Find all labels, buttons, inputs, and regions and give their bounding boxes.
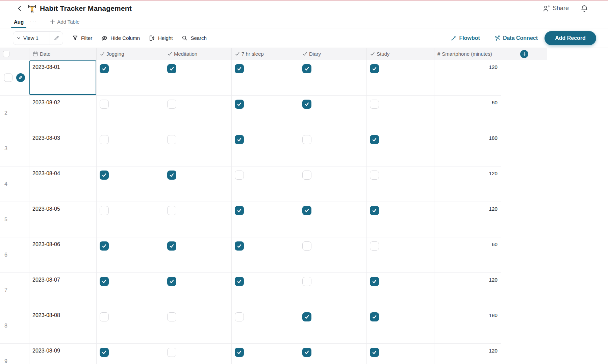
share-button[interactable]: Share xyxy=(542,4,569,12)
add-column-button[interactable] xyxy=(520,50,528,58)
cell-diary[interactable] xyxy=(299,202,367,237)
cell-diary[interactable] xyxy=(299,308,367,343)
cell-meditation[interactable] xyxy=(164,308,232,343)
cell-jogging[interactable] xyxy=(97,166,164,202)
meditation-checkbox[interactable] xyxy=(167,312,176,321)
add-record-button[interactable]: Add Record xyxy=(544,31,596,45)
column-header-sleep[interactable]: 7 hr sleep xyxy=(232,48,299,60)
cell-meditation[interactable] xyxy=(164,237,232,272)
cell-study[interactable] xyxy=(367,202,434,237)
cell-study[interactable] xyxy=(367,131,434,166)
row-gutter[interactable]: 3 xyxy=(0,131,29,166)
cell-diary[interactable] xyxy=(299,96,367,131)
cell-sleep[interactable] xyxy=(232,237,299,272)
cell-date[interactable]: 2023-08-05 xyxy=(29,202,97,237)
cell-date[interactable]: 2023-08-08 xyxy=(29,308,97,343)
cell-diary[interactable] xyxy=(299,166,367,202)
sleep-checkbox[interactable] xyxy=(235,348,244,357)
sleep-checkbox[interactable] xyxy=(235,241,244,251)
cell-smartphone[interactable]: 180 xyxy=(434,131,501,166)
study-checkbox[interactable] xyxy=(370,64,379,73)
diary-checkbox[interactable] xyxy=(302,171,311,180)
cell-meditation[interactable] xyxy=(164,273,232,308)
cell-meditation[interactable] xyxy=(164,131,232,166)
cell-study[interactable] xyxy=(367,273,434,308)
study-checkbox[interactable] xyxy=(370,100,379,109)
sleep-checkbox[interactable] xyxy=(235,171,244,180)
cell-date[interactable]: 2023-08-02 xyxy=(29,96,97,131)
jogging-checkbox[interactable] xyxy=(100,135,109,144)
cell-date[interactable]: 2023-08-06 xyxy=(29,237,97,272)
jogging-checkbox[interactable] xyxy=(100,348,109,357)
column-header-date[interactable]: Date xyxy=(29,48,97,60)
meditation-checkbox[interactable] xyxy=(167,171,176,180)
cell-jogging[interactable] xyxy=(97,237,164,272)
cell-sleep[interactable] xyxy=(232,166,299,202)
cell-meditation[interactable] xyxy=(164,166,232,202)
column-header-study[interactable]: Study xyxy=(367,48,434,60)
meditation-checkbox[interactable] xyxy=(167,348,176,357)
row-gutter[interactable]: 2 xyxy=(0,96,29,131)
diary-checkbox[interactable] xyxy=(302,277,311,286)
jogging-checkbox[interactable] xyxy=(100,277,109,286)
cell-sleep[interactable] xyxy=(232,273,299,308)
notifications-button[interactable] xyxy=(580,4,588,12)
cell-sleep[interactable] xyxy=(232,202,299,237)
column-header-meditation[interactable]: Meditation xyxy=(164,48,232,60)
cell-smartphone[interactable]: 120 xyxy=(434,166,501,202)
cell-diary[interactable] xyxy=(299,60,367,95)
study-checkbox[interactable] xyxy=(370,348,379,357)
flowbot-button[interactable]: Flowbot xyxy=(451,35,480,42)
cell-smartphone[interactable]: 60 xyxy=(434,96,501,131)
cell-jogging[interactable] xyxy=(97,202,164,237)
column-header-diary[interactable]: Diary xyxy=(299,48,367,60)
cell-meditation[interactable] xyxy=(164,96,232,131)
cell-smartphone[interactable]: 120 xyxy=(434,273,501,308)
sleep-checkbox[interactable] xyxy=(235,135,244,144)
cell-date[interactable]: 2023-08-07 xyxy=(29,273,97,308)
select-all-checkbox[interactable] xyxy=(3,51,9,57)
cell-study[interactable] xyxy=(367,96,434,131)
jogging-checkbox[interactable] xyxy=(100,241,109,251)
row-select-checkbox[interactable] xyxy=(4,74,12,82)
expand-row-button[interactable] xyxy=(16,73,25,82)
study-checkbox[interactable] xyxy=(370,206,379,215)
column-header-jogging[interactable]: Jogging xyxy=(97,48,164,60)
edit-view-button[interactable] xyxy=(50,32,63,45)
cell-date[interactable]: 2023-08-04 xyxy=(29,166,97,202)
cell-sleep[interactable] xyxy=(232,60,299,95)
study-checkbox[interactable] xyxy=(370,135,379,144)
cell-study[interactable] xyxy=(367,60,434,95)
diary-checkbox[interactable] xyxy=(302,241,311,251)
cell-diary[interactable] xyxy=(299,344,367,364)
jogging-checkbox[interactable] xyxy=(100,171,109,180)
meditation-checkbox[interactable] xyxy=(167,100,176,109)
cell-jogging[interactable] xyxy=(97,308,164,343)
cell-meditation[interactable] xyxy=(164,344,232,364)
cell-jogging[interactable] xyxy=(97,273,164,308)
diary-checkbox[interactable] xyxy=(302,64,311,73)
jogging-checkbox[interactable] xyxy=(100,206,109,215)
cell-smartphone[interactable]: 60 xyxy=(434,237,501,272)
cell-jogging[interactable] xyxy=(97,344,164,364)
diary-checkbox[interactable] xyxy=(302,135,311,144)
cell-smartphone[interactable]: 180 xyxy=(434,308,501,343)
cell-sleep[interactable] xyxy=(232,308,299,343)
cell-study[interactable] xyxy=(367,344,434,364)
cell-date[interactable]: 2023-08-01 xyxy=(29,60,97,95)
cell-smartphone[interactable]: 120 xyxy=(434,344,501,364)
cell-smartphone[interactable]: 120 xyxy=(434,202,501,237)
row-gutter[interactable]: 6 xyxy=(0,237,29,272)
sleep-checkbox[interactable] xyxy=(235,64,244,73)
row-gutter[interactable]: 7 xyxy=(0,273,29,308)
meditation-checkbox[interactable] xyxy=(167,277,176,286)
study-checkbox[interactable] xyxy=(370,241,379,251)
row-gutter[interactable]: 5 xyxy=(0,202,29,237)
cell-diary[interactable] xyxy=(299,131,367,166)
study-checkbox[interactable] xyxy=(370,171,379,180)
jogging-checkbox[interactable] xyxy=(100,64,109,73)
study-checkbox[interactable] xyxy=(370,277,379,286)
view-selector[interactable]: View 1 xyxy=(13,31,63,45)
sleep-checkbox[interactable] xyxy=(235,277,244,286)
sleep-checkbox[interactable] xyxy=(235,100,244,109)
